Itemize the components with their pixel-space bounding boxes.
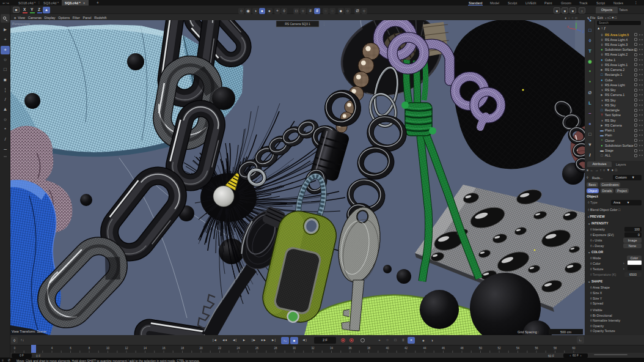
svg-text:0: 0 (14, 347, 16, 350)
svg-text:12: 12 (125, 347, 128, 350)
svg-text:6: 6 (70, 347, 71, 350)
svg-text:40: 40 (386, 347, 389, 350)
svg-text:RS Camera SQ3 1: RS Camera SQ3 1 (285, 22, 310, 26)
svg-text:36: 36 (348, 347, 352, 350)
svg-text:⋮: ⋮ (323, 22, 326, 26)
svg-text:24: 24 (236, 347, 240, 350)
svg-text:46: 46 (442, 347, 445, 350)
svg-text:20: 20 (199, 347, 203, 350)
svg-text:28: 28 (274, 347, 277, 350)
svg-text:18: 18 (181, 347, 185, 350)
svg-text:Perspective: Perspective (12, 22, 30, 26)
svg-text:14: 14 (144, 347, 147, 350)
svg-text:34: 34 (330, 347, 334, 350)
svg-text:500 cm: 500 cm (560, 330, 571, 334)
svg-text:26: 26 (255, 347, 259, 350)
svg-text:10: 10 (106, 347, 110, 350)
svg-text:4: 4 (51, 347, 53, 350)
svg-text:50: 50 (479, 347, 483, 350)
svg-text:32: 32 (311, 347, 315, 350)
svg-text:16: 16 (162, 347, 166, 350)
svg-text:22: 22 (218, 347, 222, 350)
svg-text:60: 60 (572, 347, 576, 350)
svg-text:30: 30 (293, 347, 296, 350)
svg-text:54: 54 (516, 347, 520, 350)
svg-text:58: 58 (554, 347, 557, 350)
svg-text:44: 44 (423, 347, 426, 350)
svg-text:56: 56 (535, 347, 538, 350)
svg-text:8: 8 (89, 347, 90, 350)
svg-text:Z: Z (582, 30, 584, 34)
svg-text:38: 38 (367, 347, 371, 350)
svg-text:42: 42 (404, 347, 408, 350)
svg-text:48: 48 (460, 347, 464, 350)
svg-text:Grid Spacing :: Grid Spacing : (518, 330, 539, 334)
svg-text:52: 52 (497, 347, 501, 350)
svg-text:View Transform: Scene: View Transform: Scene (12, 330, 46, 333)
